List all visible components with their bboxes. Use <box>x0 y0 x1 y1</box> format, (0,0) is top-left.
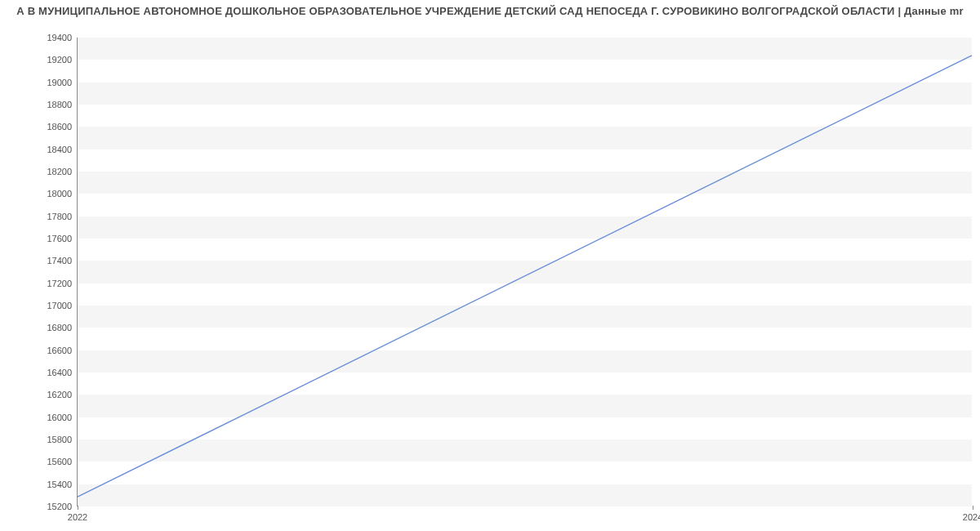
y-tick-label: 16400 <box>7 368 72 377</box>
y-tick-label: 16600 <box>7 346 72 355</box>
y-tick-label: 18600 <box>7 122 72 132</box>
x-tick-mark <box>78 506 78 510</box>
y-tick-label: 15200 <box>7 502 72 511</box>
x-tick-label: 2022 <box>68 512 87 522</box>
y-tick-label: 19400 <box>7 33 72 42</box>
x-tick-label: 2024 <box>963 512 980 522</box>
y-tick-label: 19200 <box>7 55 72 65</box>
y-tick-label: 17800 <box>7 212 72 221</box>
y-tick-label: 18000 <box>7 189 72 199</box>
y-tick-label: 16800 <box>7 323 72 332</box>
chart-container: 20222024 1520015400156001580016000162001… <box>0 21 980 531</box>
line-svg <box>78 38 972 506</box>
data-line <box>78 56 972 497</box>
y-tick-label: 18800 <box>7 100 72 109</box>
y-tick-label: 15600 <box>7 457 72 466</box>
y-tick-label: 16000 <box>7 413 72 422</box>
y-tick-label: 17400 <box>7 256 72 266</box>
y-tick-label: 17200 <box>7 279 72 288</box>
y-tick-label: 18200 <box>7 167 72 176</box>
plot-area: 20222024 <box>77 38 972 506</box>
y-tick-label: 15800 <box>7 435 72 444</box>
y-tick-label: 17000 <box>7 301 72 310</box>
y-tick-label: 18400 <box>7 145 72 154</box>
y-tick-label: 17600 <box>7 234 72 243</box>
chart-title: А В МУНИЦИПАЛЬНОЕ АВТОНОМНОЕ ДОШКОЛЬНОЕ … <box>0 0 980 17</box>
y-tick-label: 16200 <box>7 390 72 399</box>
x-tick-mark <box>973 506 973 510</box>
y-tick-label: 19000 <box>7 78 72 87</box>
y-tick-label: 15400 <box>7 480 72 489</box>
